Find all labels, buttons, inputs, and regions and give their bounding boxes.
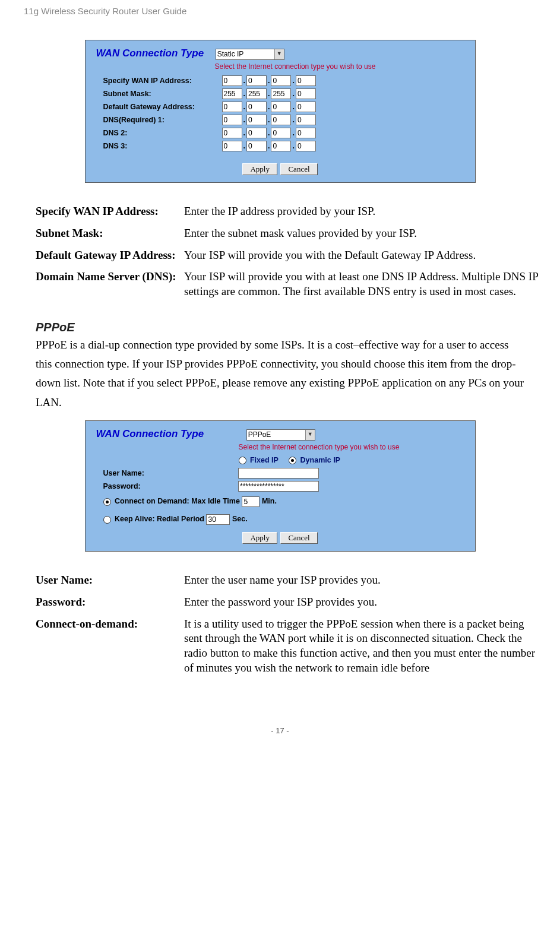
password-label: Password: <box>103 482 236 490</box>
definition-term: Connect-on-demand: <box>36 613 184 679</box>
apply-button[interactable]: Apply <box>242 532 277 544</box>
definition-row: Default Gateway IP Address:Your ISP will… <box>36 245 546 267</box>
definition-term: Default Gateway IP Address: <box>36 245 184 267</box>
ip-octet-input[interactable]: 0 <box>222 75 242 86</box>
ip-row: Default Gateway Address:0.0.0.0 <box>103 102 464 112</box>
dot-separator: . <box>292 142 294 150</box>
ip-octet-input[interactable]: 0 <box>246 128 267 138</box>
panel-title: WAN Connection Type <box>96 48 204 59</box>
definition-term: Subnet Mask: <box>36 223 184 245</box>
ip-octet-input[interactable]: 0 <box>222 102 242 112</box>
dot-separator: . <box>243 142 245 150</box>
dot-separator: . <box>292 77 294 85</box>
ip-octet-input[interactable]: 0 <box>296 75 316 86</box>
hint-text: Select the Internet connection type you … <box>239 443 464 451</box>
ip-octet-input[interactable]: 0 <box>246 141 267 151</box>
keep-alive-radio[interactable] <box>103 516 111 524</box>
definition-desc: Your ISP will provide you with at least … <box>184 266 546 302</box>
field-label: Subnet Mask: <box>103 90 222 98</box>
ip-octet-input[interactable]: 0 <box>296 115 316 125</box>
field-label: Default Gateway Address: <box>103 103 222 111</box>
select-value: Static IP <box>217 50 244 58</box>
field-label: Specify WAN IP Address: <box>103 77 222 85</box>
definition-row: User Name:Enter the user name your ISP p… <box>36 569 546 591</box>
connection-type-select[interactable]: PPPoE ▼ <box>246 429 315 441</box>
ka-unit: Sec. <box>232 515 248 524</box>
cod-unit: Min. <box>262 498 277 506</box>
cod-input[interactable]: 5 <box>242 496 260 507</box>
dot-separator: . <box>268 77 270 85</box>
ip-row: Specify WAN IP Address:0.0.0.0 <box>103 75 464 86</box>
chevron-down-icon: ▼ <box>274 49 284 59</box>
connection-type-select[interactable]: Static IP ▼ <box>216 49 284 60</box>
field-label: DNS 2: <box>103 129 222 137</box>
definition-row: Connect-on-demand:It is a utility used t… <box>36 613 546 679</box>
dot-separator: . <box>243 77 245 85</box>
definition-desc: Enter the subnet mask values provided by… <box>184 223 546 245</box>
dynamic-ip-label: Dynamic IP <box>300 456 340 464</box>
definition-term: Domain Name Server (DNS): <box>36 266 184 302</box>
dot-separator: . <box>292 116 294 124</box>
definition-desc: Your ISP will provide you with the Defau… <box>184 245 546 267</box>
ip-octet-input[interactable]: 0 <box>222 115 242 125</box>
definition-term: Specify WAN IP Address: <box>36 201 184 223</box>
dynamic-ip-radio[interactable] <box>289 457 296 464</box>
ip-octet-input[interactable]: 0 <box>296 128 316 138</box>
username-label: User Name: <box>103 469 236 477</box>
fixed-ip-radio[interactable] <box>239 457 246 464</box>
definition-desc: It is a utility used to trigger the PPPo… <box>184 613 546 679</box>
cancel-button[interactable]: Cancel <box>280 532 317 544</box>
doc-header: 11g Wireless Security Router User Guide <box>24 6 536 16</box>
ip-octet-input[interactable]: 0 <box>271 115 291 125</box>
dot-separator: . <box>292 90 294 98</box>
static-ip-panel: WAN Connection Type Static IP ▼ Select t… <box>85 40 476 183</box>
pppoe-heading: PPPoE <box>36 321 536 334</box>
ip-octet-input[interactable]: 0 <box>246 102 267 112</box>
ip-octet-input[interactable]: 0 <box>222 128 242 138</box>
ip-octet-input[interactable]: 0 <box>296 102 316 112</box>
username-input[interactable] <box>238 468 319 479</box>
definition-term: User Name: <box>36 569 184 591</box>
pppoe-definitions: User Name:Enter the user name your ISP p… <box>36 569 546 679</box>
field-label: DNS(Required) 1: <box>103 116 222 124</box>
panel-title: WAN Connection Type <box>96 428 204 440</box>
dot-separator: . <box>243 90 245 98</box>
ip-octet-input[interactable]: 0 <box>246 75 267 86</box>
definition-desc: Enter the password your ISP provides you… <box>184 591 546 613</box>
definition-row: Domain Name Server (DNS):Your ISP will p… <box>36 266 546 302</box>
ip-octet-input[interactable]: 255 <box>271 88 291 99</box>
ip-octet-input[interactable]: 0 <box>296 141 316 151</box>
page-number: - 17 - <box>24 726 536 735</box>
dot-separator: . <box>268 90 270 98</box>
pppoe-description: PPPoE is a dial-up connection type provi… <box>36 335 524 412</box>
definition-row: Password:Enter the password your ISP pro… <box>36 591 546 613</box>
dot-separator: . <box>243 129 245 137</box>
apply-button[interactable]: Apply <box>242 163 277 175</box>
ip-octet-input[interactable]: 255 <box>222 88 242 99</box>
hint-text: Select the Internet connection type you … <box>215 62 464 71</box>
dot-separator: . <box>268 116 270 124</box>
cod-label: Connect on Demand: Max Idle Time <box>115 498 240 506</box>
ip-row: DNS(Required) 1:0.0.0.0 <box>103 115 464 125</box>
definition-desc: Enter the user name your ISP provides yo… <box>184 569 546 591</box>
ip-octet-input[interactable]: 255 <box>246 88 267 99</box>
field-label: DNS 3: <box>103 142 222 150</box>
dot-separator: . <box>292 129 294 137</box>
ip-octet-input[interactable]: 0 <box>271 102 291 112</box>
ip-row: DNS 3:0.0.0.0 <box>103 141 464 151</box>
ip-octet-input[interactable]: 0 <box>246 115 267 125</box>
fixed-ip-label: Fixed IP <box>250 456 279 464</box>
connect-on-demand-radio[interactable] <box>103 498 111 506</box>
ip-row: Subnet Mask:255.255.255.0 <box>103 88 464 99</box>
chevron-down-icon: ▼ <box>305 430 315 440</box>
cancel-button[interactable]: Cancel <box>280 163 317 175</box>
ka-input[interactable]: 30 <box>206 514 230 525</box>
ip-octet-input[interactable]: 0 <box>222 141 242 151</box>
ip-octet-input[interactable]: 0 <box>271 128 291 138</box>
ip-octet-input[interactable]: 0 <box>271 75 291 86</box>
password-input[interactable]: **************** <box>238 481 319 492</box>
definition-desc: Enter the IP address provided by your IS… <box>184 201 546 223</box>
ip-octet-input[interactable]: 0 <box>271 141 291 151</box>
ip-octet-input[interactable]: 0 <box>296 88 316 99</box>
definition-term: Password: <box>36 591 184 613</box>
